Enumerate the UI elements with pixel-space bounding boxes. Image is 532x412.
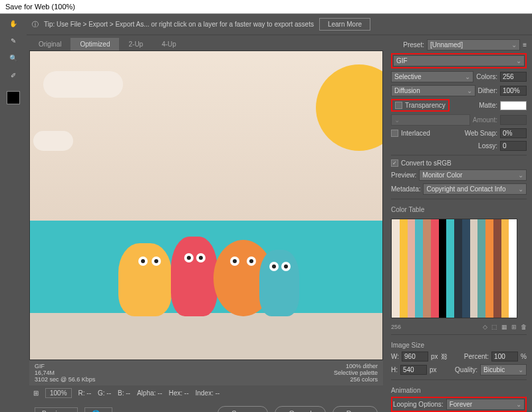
color-swatch-cell[interactable] <box>392 281 400 287</box>
link-icon[interactable]: ⛓ <box>441 353 448 360</box>
color-swatch-cell[interactable] <box>415 299 423 305</box>
color-swatch-cell[interactable] <box>509 244 517 250</box>
color-swatch-cell[interactable] <box>501 299 509 305</box>
color-swatch-cell[interactable] <box>431 262 439 268</box>
color-swatch-cell[interactable] <box>509 281 517 287</box>
color-swatch-cell[interactable] <box>415 287 423 293</box>
color-swatch-cell[interactable] <box>415 293 423 299</box>
color-swatch-cell[interactable] <box>462 281 470 287</box>
color-swatch-cell[interactable] <box>509 257 517 262</box>
color-swatch-cell[interactable] <box>400 293 408 299</box>
color-swatch-cell[interactable] <box>470 268 478 274</box>
preview-canvas[interactable] <box>29 51 383 360</box>
color-swatch-cell[interactable] <box>454 312 462 318</box>
color-swatch-cell[interactable] <box>408 293 416 299</box>
ct-new-icon[interactable]: ⊞ <box>511 324 517 330</box>
color-swatch-cell[interactable] <box>493 219 501 225</box>
color-swatch-cell[interactable] <box>439 306 447 312</box>
color-swatch-cell[interactable] <box>462 268 470 274</box>
color-swatch-cell[interactable] <box>392 287 400 293</box>
color-swatch-cell[interactable] <box>400 238 408 244</box>
looping-dropdown[interactable]: Forever <box>446 399 525 410</box>
color-swatch-cell[interactable] <box>501 274 509 280</box>
color-swatch-cell[interactable] <box>501 238 509 244</box>
color-swatch-cell[interactable] <box>400 225 408 231</box>
color-swatch-cell[interactable] <box>477 306 485 312</box>
color-swatch-cell[interactable] <box>415 312 423 318</box>
color-swatch-cell[interactable] <box>477 238 485 244</box>
color-swatch-cell[interactable] <box>477 244 485 250</box>
zoom-tool-icon[interactable]: 🔍 <box>7 51 20 64</box>
color-swatch-cell[interactable] <box>400 299 408 305</box>
color-swatch-cell[interactable] <box>470 244 478 250</box>
color-swatch-cell[interactable] <box>415 262 423 268</box>
color-swatch-cell[interactable] <box>501 293 509 299</box>
color-swatch-cell[interactable] <box>470 238 478 244</box>
color-swatch-cell[interactable] <box>400 274 408 280</box>
grid-icon[interactable]: ⊞ <box>33 389 39 397</box>
color-swatch-cell[interactable] <box>431 287 439 293</box>
color-swatch-cell[interactable] <box>454 262 462 268</box>
color-swatch-cell[interactable] <box>485 268 493 274</box>
colors-input[interactable] <box>500 72 527 82</box>
color-swatch-cell[interactable] <box>501 219 509 225</box>
hand-tool-icon[interactable]: ✋ <box>7 17 20 30</box>
reduction-dropdown[interactable]: Selective <box>391 71 473 82</box>
color-swatch-cell[interactable] <box>477 312 485 318</box>
color-swatch-cell[interactable] <box>485 232 493 238</box>
width-input[interactable] <box>402 352 428 361</box>
color-swatch-cell[interactable] <box>477 232 485 238</box>
color-swatch-cell[interactable] <box>439 293 447 299</box>
color-swatch-cell[interactable] <box>431 268 439 274</box>
color-swatch-cell[interactable] <box>446 244 454 250</box>
color-swatch-cell[interactable] <box>408 262 416 268</box>
color-swatch-cell[interactable] <box>454 250 462 256</box>
color-swatch-cell[interactable] <box>470 250 478 256</box>
color-table[interactable] <box>391 219 517 318</box>
color-swatch-cell[interactable] <box>470 281 478 287</box>
color-swatch-cell[interactable] <box>423 306 431 312</box>
color-swatch-cell[interactable] <box>462 274 470 280</box>
color-swatch-cell[interactable] <box>477 257 485 262</box>
eyedropper-tool-icon[interactable]: ✐ <box>7 68 20 82</box>
color-swatch-cell[interactable] <box>509 238 517 244</box>
color-swatch-cell[interactable] <box>400 281 408 287</box>
color-swatch-cell[interactable] <box>431 238 439 244</box>
color-swatch-cell[interactable] <box>392 232 400 238</box>
color-swatch-cell[interactable] <box>439 268 447 274</box>
color-swatch-cell[interactable] <box>415 274 423 280</box>
color-swatch-cell[interactable] <box>423 312 431 318</box>
color-swatch-cell[interactable] <box>462 293 470 299</box>
color-swatch-cell[interactable] <box>501 312 509 318</box>
color-swatch-cell[interactable] <box>431 299 439 305</box>
color-swatch-cell[interactable] <box>431 281 439 287</box>
color-swatch-cell[interactable] <box>446 293 454 299</box>
ct-trash-icon[interactable]: 🗑 <box>521 324 527 330</box>
transparency-dither-dropdown[interactable] <box>391 114 470 126</box>
color-swatch-cell[interactable] <box>431 257 439 262</box>
color-swatch-cell[interactable] <box>423 232 431 238</box>
color-swatch-cell[interactable] <box>408 219 416 225</box>
color-swatch-cell[interactable] <box>509 293 517 299</box>
color-swatch-cell[interactable] <box>392 244 400 250</box>
color-swatch-cell[interactable] <box>454 219 462 225</box>
color-swatch-cell[interactable] <box>423 219 431 225</box>
color-swatch-cell[interactable] <box>408 250 416 256</box>
color-swatch-cell[interactable] <box>493 238 501 244</box>
color-swatch-cell[interactable] <box>408 274 416 280</box>
tab-2up[interactable]: 2-Up <box>119 38 152 51</box>
color-swatch-cell[interactable] <box>431 293 439 299</box>
quality-dropdown[interactable]: Bicubic <box>480 364 527 375</box>
color-swatch-cell[interactable] <box>408 257 416 262</box>
height-input[interactable] <box>400 365 427 375</box>
color-swatch-cell[interactable] <box>485 250 493 256</box>
color-swatch-cell[interactable] <box>477 225 485 231</box>
color-swatch-cell[interactable] <box>439 250 447 256</box>
color-swatch-cell[interactable] <box>400 306 408 312</box>
color-swatch-cell[interactable] <box>400 287 408 293</box>
color-swatch-cell[interactable] <box>470 299 478 305</box>
color-swatch-cell[interactable] <box>446 257 454 262</box>
color-swatch-cell[interactable] <box>454 268 462 274</box>
color-swatch-cell[interactable] <box>408 232 416 238</box>
ct-lock-icon[interactable]: ◇ <box>483 324 487 330</box>
